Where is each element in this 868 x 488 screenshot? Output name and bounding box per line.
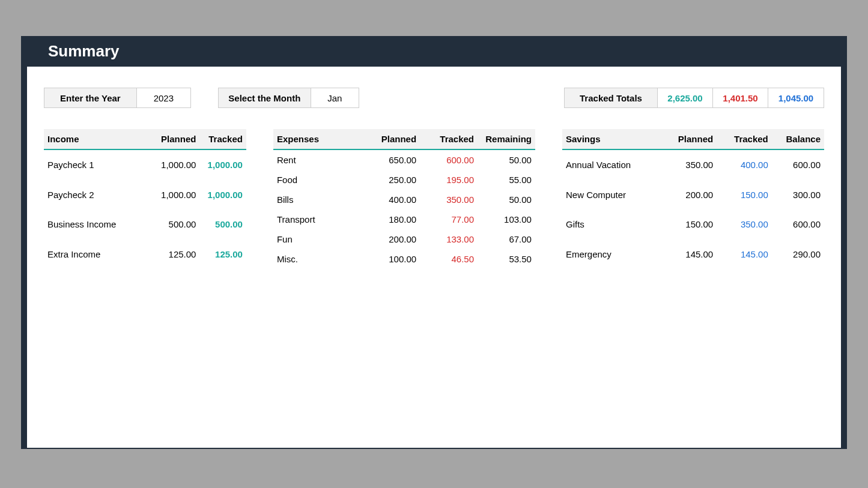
year-input[interactable]: 2023 [137, 88, 190, 107]
tracked-totals: Tracked Totals 2,625.00 1,401.50 1,045.0… [564, 88, 824, 108]
table-cell[interactable]: Annual Vacation [562, 149, 662, 180]
expenses-header-planned: Planned [362, 129, 420, 149]
expenses-header-name: Expenses [273, 129, 362, 149]
table-row: Paycheck 11,000.001,000.00 [44, 149, 246, 180]
table-cell[interactable]: 500.00 [155, 209, 199, 239]
expenses-header-remaining: Remaining [478, 129, 535, 149]
table-cell[interactable]: 1,000.00 [155, 180, 199, 209]
table-cell[interactable]: 500.00 [199, 209, 246, 239]
table-cell[interactable]: 46.50 [420, 249, 478, 269]
savings-header-balance: Balance [772, 129, 824, 149]
totals-expenses: 1,401.50 [713, 88, 768, 107]
table-cell[interactable]: 55.00 [478, 170, 535, 190]
table-cell[interactable]: 600.00 [772, 209, 824, 239]
table-row: Extra Income125.00125.00 [44, 239, 246, 269]
year-control: Enter the Year 2023 [44, 88, 191, 108]
table-cell[interactable]: 200.00 [662, 180, 717, 209]
table-cell[interactable]: 180.00 [362, 209, 420, 229]
totals-savings: 1,045.00 [768, 88, 824, 107]
savings-header-name: Savings [562, 129, 662, 149]
page-title: Summary [27, 36, 841, 67]
table-cell[interactable]: 50.00 [478, 190, 535, 209]
table-cell[interactable]: 53.50 [478, 249, 535, 269]
table-cell[interactable]: Misc. [273, 249, 362, 269]
table-cell[interactable]: Bills [273, 190, 362, 209]
table-row: Business Income500.00500.00 [44, 209, 246, 239]
table-cell[interactable]: 103.00 [478, 209, 535, 229]
expenses-header-tracked: Tracked [420, 129, 478, 149]
table-cell[interactable]: Business Income [44, 209, 155, 239]
table-cell[interactable]: Transport [273, 209, 362, 229]
table-cell[interactable]: 77.00 [420, 209, 478, 229]
expenses-table: Expenses Planned Tracked Remaining Rent6… [273, 129, 535, 269]
income-header-name: Income [44, 129, 155, 149]
table-row: Misc.100.0046.5053.50 [273, 249, 535, 269]
table-cell[interactable]: 600.00 [772, 149, 824, 180]
savings-table: Savings Planned Tracked Balance Annual V… [562, 129, 824, 269]
table-cell[interactable]: 1,000.00 [199, 149, 246, 180]
top-controls-row: Enter the Year 2023 Select the Month Jan… [44, 88, 824, 108]
table-cell[interactable]: 400.00 [717, 149, 772, 180]
table-row: Food250.00195.0055.00 [273, 170, 535, 190]
table-cell[interactable]: Paycheck 2 [44, 180, 155, 209]
table-cell[interactable]: 50.00 [478, 149, 535, 170]
table-row: Rent650.00600.0050.00 [273, 149, 535, 170]
table-row: Transport180.0077.00103.00 [273, 209, 535, 229]
month-control: Select the Month Jan [218, 88, 359, 108]
table-cell[interactable]: Paycheck 1 [44, 149, 155, 180]
table-cell[interactable]: 133.00 [420, 229, 478, 249]
table-cell[interactable]: 350.00 [420, 190, 478, 209]
totals-income: 2,625.00 [658, 88, 713, 107]
table-cell[interactable]: 350.00 [717, 209, 772, 239]
savings-header-tracked: Tracked [717, 129, 772, 149]
table-cell[interactable]: 250.00 [362, 170, 420, 190]
table-cell[interactable]: 125.00 [199, 239, 246, 269]
month-select[interactable]: Jan [311, 88, 359, 107]
sheet-body: Enter the Year 2023 Select the Month Jan… [27, 67, 841, 448]
table-row: Annual Vacation350.00400.00600.00 [562, 149, 824, 180]
table-cell[interactable]: 1,000.00 [199, 180, 246, 209]
table-row: New Computer200.00150.00300.00 [562, 180, 824, 209]
tables-row: Income Planned Tracked Paycheck 11,000.0… [44, 129, 824, 269]
table-row: Gifts150.00350.00600.00 [562, 209, 824, 239]
table-cell[interactable]: New Computer [562, 180, 662, 209]
table-cell[interactable]: Extra Income [44, 239, 155, 269]
table-cell[interactable]: 350.00 [662, 149, 717, 180]
table-row: Paycheck 21,000.001,000.00 [44, 180, 246, 209]
table-cell[interactable]: Food [273, 170, 362, 190]
table-cell[interactable]: 150.00 [662, 209, 717, 239]
table-cell[interactable]: 67.00 [478, 229, 535, 249]
table-cell[interactable]: 150.00 [717, 180, 772, 209]
year-label: Enter the Year [44, 88, 137, 107]
table-cell[interactable]: 1,000.00 [155, 149, 199, 180]
table-row: Fun200.00133.0067.00 [273, 229, 535, 249]
totals-label: Tracked Totals [565, 88, 658, 107]
budget-frame: Summary Enter the Year 2023 Select the M… [21, 36, 847, 449]
table-cell[interactable]: 300.00 [772, 180, 824, 209]
table-cell[interactable]: 145.00 [717, 239, 772, 269]
table-cell[interactable]: 650.00 [362, 149, 420, 170]
table-cell[interactable]: Rent [273, 149, 362, 170]
table-cell[interactable]: Gifts [562, 209, 662, 239]
table-cell[interactable]: 600.00 [420, 149, 478, 170]
savings-header-planned: Planned [662, 129, 717, 149]
income-header-tracked: Tracked [199, 129, 246, 149]
table-row: Bills400.00350.0050.00 [273, 190, 535, 209]
table-cell[interactable]: 400.00 [362, 190, 420, 209]
table-cell[interactable]: 290.00 [772, 239, 824, 269]
table-cell[interactable]: Emergency [562, 239, 662, 269]
table-cell[interactable]: 125.00 [155, 239, 199, 269]
table-cell[interactable]: Fun [273, 229, 362, 249]
income-header-planned: Planned [155, 129, 199, 149]
table-cell[interactable]: 145.00 [662, 239, 717, 269]
table-cell[interactable]: 100.00 [362, 249, 420, 269]
month-label: Select the Month [219, 88, 311, 107]
table-row: Emergency145.00145.00290.00 [562, 239, 824, 269]
table-cell[interactable]: 195.00 [420, 170, 478, 190]
table-cell[interactable]: 200.00 [362, 229, 420, 249]
income-table: Income Planned Tracked Paycheck 11,000.0… [44, 129, 246, 269]
